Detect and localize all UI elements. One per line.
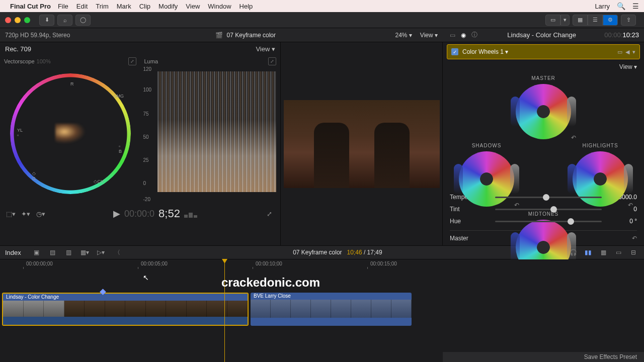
main-area: Rec. 709 View ▾ Vectorscope 100% ⤢ R ◇MG…	[0, 42, 644, 245]
share-button[interactable]: ⇪	[621, 15, 636, 26]
temperature-slider[interactable]	[495, 197, 602, 198]
import-button[interactable]: ⬇	[39, 15, 54, 26]
search-icon[interactable]: 🔍	[617, 2, 625, 10]
menu-trim[interactable]: Trim	[96, 3, 109, 10]
menu-clip[interactable]: Clip	[139, 3, 150, 10]
shadows-label: SHADOWS	[454, 143, 519, 148]
timeline[interactable]: 00:00:00;00 00:00:05;00 00:00:10;00 00:0…	[0, 259, 644, 345]
clapper-icon: 🎬	[215, 32, 223, 39]
enhance-tool-icon[interactable]: ✦▾	[20, 208, 31, 219]
overwrite-clip-icon[interactable]: ▦▾	[79, 247, 91, 257]
window-controls	[5, 17, 30, 23]
menu-help[interactable]: Help	[239, 3, 253, 10]
viewer[interactable]	[281, 42, 443, 245]
tl-layout-icon[interactable]: ▭	[613, 247, 624, 257]
luma-scope: Luma ⤢ 120 100 75 50 25 0 -20	[140, 55, 281, 206]
color-inspector-tab[interactable]: ◉	[459, 31, 468, 40]
section-label: Master	[450, 235, 468, 242]
snapping-icon[interactable]: ▦	[598, 247, 609, 257]
overlay-watermark: crackedonic.com	[221, 276, 320, 290]
layout-grid-icon[interactable]: ▦	[573, 15, 588, 26]
effect-name[interactable]: Color Wheels 1 ▾	[462, 48, 614, 55]
luma-tick-0: 0	[143, 180, 146, 186]
layout-list-icon[interactable]: ☰	[588, 15, 603, 26]
luma-tick-100: 100	[143, 87, 152, 93]
reset-master-icon[interactable]: ↶	[571, 134, 576, 141]
keyword-button[interactable]: ⌕	[57, 15, 72, 26]
vectorscope: Vectorscope 100% ⤢ R ◇MG ▫B ◇CY ◇G YL▫	[0, 55, 140, 206]
clip2-name: BVE Larry Close	[251, 293, 412, 300]
browser-layout-dropdown[interactable]: ▾	[560, 15, 570, 26]
master-wheel[interactable]: MASTER ↶	[511, 75, 576, 139]
select-tool-icon[interactable]: ▷▾	[96, 247, 107, 257]
reset-highlights-icon[interactable]: ↶	[628, 202, 633, 209]
transform-tool-icon[interactable]: ⬚▾	[5, 208, 16, 219]
master-label: MASTER	[511, 75, 576, 81]
index-button[interactable]: Index	[5, 249, 21, 256]
luma-tick-50: 50	[143, 134, 149, 140]
expand-vectorscope-icon[interactable]: ⤢	[128, 57, 136, 65]
vectorscope-label: Vectorscope	[4, 58, 35, 64]
tl-layout2-icon[interactable]: ⊟	[628, 247, 639, 257]
reset-shadows-icon[interactable]: ↶	[514, 202, 519, 209]
inspector-title: Lindsay - Color Change	[484, 31, 599, 39]
fullscreen-icon[interactable]: ⤢	[264, 208, 275, 219]
menu-window[interactable]: Window	[208, 3, 231, 10]
luma-tick-n20: -20	[143, 197, 150, 202]
solo-icon[interactable]: ▮▮	[583, 247, 594, 257]
tint-slider[interactable]	[495, 209, 602, 210]
history-back-icon[interactable]: 〈	[112, 247, 123, 257]
append-clip-icon[interactable]: ▥	[63, 247, 74, 257]
connect-clip-icon[interactable]: ▣	[31, 247, 42, 257]
retime-tool-icon[interactable]: ◷▾	[35, 208, 46, 219]
timeline-ruler[interactable]: 00:00:00;00 00:00:05;00 00:00:10;00 00:0…	[0, 259, 644, 269]
vectorscope-pct: 100%	[37, 58, 51, 64]
audio-meter	[184, 210, 197, 218]
app-name[interactable]: Final Cut Pro	[10, 3, 51, 10]
menubar-user[interactable]: Larry	[595, 3, 610, 10]
ruler-tick-1: 00:00:05;00	[141, 261, 168, 266]
video-inspector-tab[interactable]: ▭	[448, 31, 457, 40]
vmark-mg: ◇MG	[113, 94, 124, 99]
control-center-icon[interactable]: ☰	[632, 2, 639, 10]
inspector-view-dropdown[interactable]: View ▾	[443, 61, 644, 72]
minimize-window-button[interactable]	[15, 17, 21, 23]
color-inspector: ✓ Color Wheels 1 ▾ ▭ ◀ ▾ View ▾ MASTER ↶…	[443, 42, 644, 245]
mask-icon[interactable]: ▭	[617, 49, 622, 55]
scopes-view-dropdown[interactable]: View ▾	[256, 45, 275, 53]
viewer-view-dropdown[interactable]: View ▾	[420, 32, 438, 39]
clip-lindsay[interactable]: Lindsay - Color Change	[2, 293, 249, 326]
expand-luma-icon[interactable]: ⤢	[268, 57, 276, 65]
keyframe-dropdown-icon[interactable]: ▾	[632, 49, 635, 55]
menu-mark[interactable]: Mark	[117, 3, 131, 10]
browser-layout-icon[interactable]: ▭	[545, 15, 560, 26]
hue-value[interactable]: 0 °	[602, 218, 637, 225]
ruler-tick-0: 00:00:00;00	[26, 261, 53, 266]
hue-slider[interactable]	[495, 221, 602, 222]
viewer-transport: ⬚▾ ✦▾ ◷▾ ▶ 00:00:08;52 ⤢	[0, 206, 280, 221]
tint-label: Tint	[450, 206, 495, 213]
layout-inspector-icon[interactable]: ⚙	[603, 15, 618, 26]
play-icon[interactable]: ▶	[113, 208, 120, 219]
clip-bve[interactable]: BVE Larry Close	[251, 293, 412, 326]
menu-edit[interactable]: Edit	[76, 3, 88, 10]
menu-view[interactable]: View	[186, 3, 200, 10]
background-tasks-button[interactable]: ◯	[75, 15, 91, 26]
reset-section-icon[interactable]: ↶	[632, 235, 637, 242]
insert-clip-icon[interactable]: ▤	[47, 247, 58, 257]
highlights-label: HIGHLIGHTS	[568, 143, 633, 148]
close-window-button[interactable]	[5, 17, 11, 23]
transport-tc: 8;52	[158, 207, 180, 220]
clip-title: 07 Keyframe color	[227, 32, 276, 39]
effect-enabled-checkbox[interactable]: ✓	[451, 48, 458, 55]
tracks-area[interactable]: crackedonic.com ↖ Lindsay - Color Change…	[0, 269, 644, 345]
save-preset-button[interactable]: Save Effects Preset	[443, 352, 644, 362]
zoom-window-button[interactable]	[24, 17, 30, 23]
info-inspector-tab[interactable]: ⓘ	[470, 31, 479, 40]
menu-modify[interactable]: Modify	[158, 3, 178, 10]
zoom-dropdown[interactable]: 24% ▾	[395, 32, 412, 39]
keyframe-prev-icon[interactable]: ◀	[625, 49, 629, 55]
playhead[interactable]	[224, 259, 225, 362]
effect-row[interactable]: ✓ Color Wheels 1 ▾ ▭ ◀ ▾	[447, 44, 640, 59]
menu-file[interactable]: File	[58, 3, 68, 10]
